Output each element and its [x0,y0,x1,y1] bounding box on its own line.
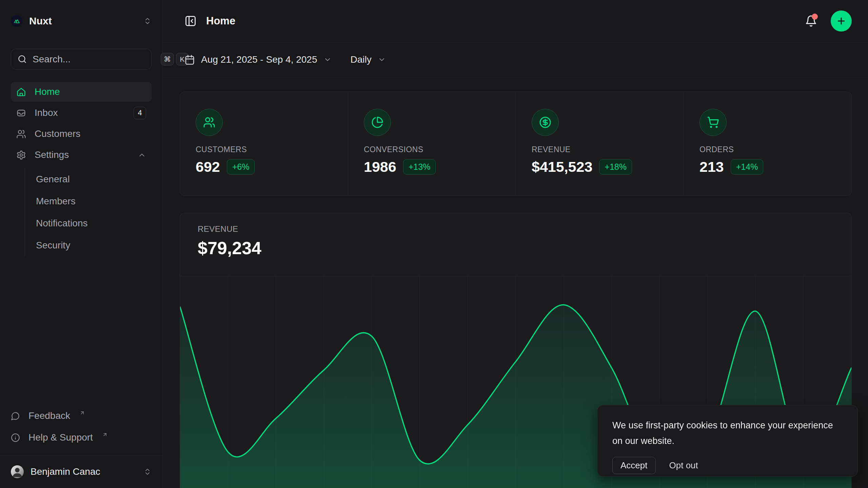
sidebar-item-label: Customers [35,128,80,139]
stat-value: $415,523 [532,159,592,175]
sidebar-link-label: Help & Support [28,432,93,443]
sidebar-nav: HomeInbox4CustomersSettingsGeneralMember… [11,82,152,257]
inbox-count-badge: 4 [134,107,146,119]
sidebar-item-security[interactable]: Security [25,234,152,256]
chevron-up-down-icon [143,468,152,476]
sidebar-item-members[interactable]: Members [25,190,152,212]
cookie-optout-button[interactable]: Opt out [669,460,698,471]
cookie-banner: We use first-party cookies to enhance yo… [597,405,858,477]
filters-toolbar: Aug 21, 2025 - Sep 4, 2025 Daily [163,42,868,77]
notifications-button[interactable] [805,15,817,27]
settings-icon [16,150,26,160]
calendar-icon [184,55,195,65]
users-icon [16,129,26,139]
sidebar-footer-links: FeedbackHelp & Support [0,406,162,455]
user-menu[interactable]: Benjamin Canac [0,455,162,488]
stat-card-revenue[interactable]: REVENUE$415,523+18% [516,92,684,196]
sidebar-item-general[interactable]: General [25,168,152,190]
stat-label: ORDERS [699,145,851,154]
stat-value: 213 [699,159,724,175]
sidebar-subnav: GeneralMembersNotificationsSecurity [25,168,152,256]
sidebar-subitem-label: General [36,174,70,185]
stat-value: 1986 [364,159,396,175]
sidebar-item-label: Settings [35,149,69,160]
date-range-value: Aug 21, 2025 - Sep 4, 2025 [201,54,317,65]
search-icon [18,55,27,64]
stat-delta-badge: +13% [403,159,436,175]
stat-delta-badge: +6% [227,159,255,175]
message-icon [11,411,20,421]
stat-label: CUSTOMERS [196,145,348,154]
arrow-up-right-icon [102,432,108,438]
user-name: Benjamin Canac [31,466,137,477]
revenue-chart-label: REVENUE [198,224,851,234]
cookie-message: We use first-party cookies to enhance yo… [612,418,843,449]
pie-chart-icon [364,109,391,136]
revenue-chart-total: $79,234 [198,238,851,258]
sidebar-item-label: Home [35,86,60,97]
sidebar-link-help-support[interactable]: Help & Support [11,427,152,448]
stat-label: REVENUE [532,145,684,154]
cookie-accept-button[interactable]: Accept [612,457,656,474]
stats-panel: CUSTOMERS692+6%CONVERSIONS1986+13%REVENU… [180,92,852,196]
users-icon [196,109,223,136]
sidebar-item-label: Inbox [35,107,58,118]
stat-delta-badge: +14% [731,159,764,175]
sidebar-link-label: Feedback [28,410,70,421]
chevron-up-icon [138,151,146,159]
search-input[interactable] [33,54,155,65]
sidebar: Nuxt ⌘K HomeInbox4CustomersSettingsGener… [0,0,163,488]
sidebar-subitem-label: Members [36,196,76,207]
chevron-down-icon [378,56,386,64]
home-icon [16,87,26,97]
granularity-value: Daily [351,54,372,65]
sidebar-link-feedback[interactable]: Feedback [11,406,152,426]
sidebar-item-notifications[interactable]: Notifications [25,212,152,234]
inbox-icon [16,108,26,118]
chevron-down-icon [323,56,332,64]
nuxt-logo-icon [11,15,22,27]
cart-icon [699,109,727,136]
sidebar-subitem-label: Security [36,240,70,251]
stat-delta-badge: +18% [599,159,632,175]
granularity-select[interactable]: Daily [351,54,386,65]
stat-card-conversions[interactable]: CONVERSIONS1986+13% [348,92,516,196]
stat-card-orders[interactable]: ORDERS213+14% [684,92,851,196]
topbar: Home [163,0,868,42]
avatar [11,465,24,478]
stat-card-customers[interactable]: CUSTOMERS692+6% [180,92,348,196]
sidebar-item-settings[interactable]: Settings [11,145,152,165]
sidebar-subitem-label: Notifications [36,218,88,229]
stat-label: CONVERSIONS [364,145,516,154]
page-title: Home [206,15,235,27]
collapse-sidebar-button[interactable] [184,15,197,27]
add-button[interactable] [831,11,852,32]
dollar-icon [532,109,559,136]
info-icon [11,433,20,442]
notification-dot [812,14,818,20]
search-bar[interactable]: ⌘K [11,49,152,69]
brand-name: Nuxt [29,15,52,27]
date-range-picker[interactable]: Aug 21, 2025 - Sep 4, 2025 [184,54,332,65]
stat-value: 692 [196,159,220,175]
sidebar-item-home[interactable]: Home [11,82,152,102]
sidebar-item-inbox[interactable]: Inbox4 [11,103,152,123]
plus-icon [836,16,846,26]
arrow-up-right-icon [79,410,85,416]
sidebar-item-customers[interactable]: Customers [11,124,152,144]
chevron-up-down-icon [143,17,152,25]
workspace-switcher[interactable]: Nuxt [11,10,152,32]
